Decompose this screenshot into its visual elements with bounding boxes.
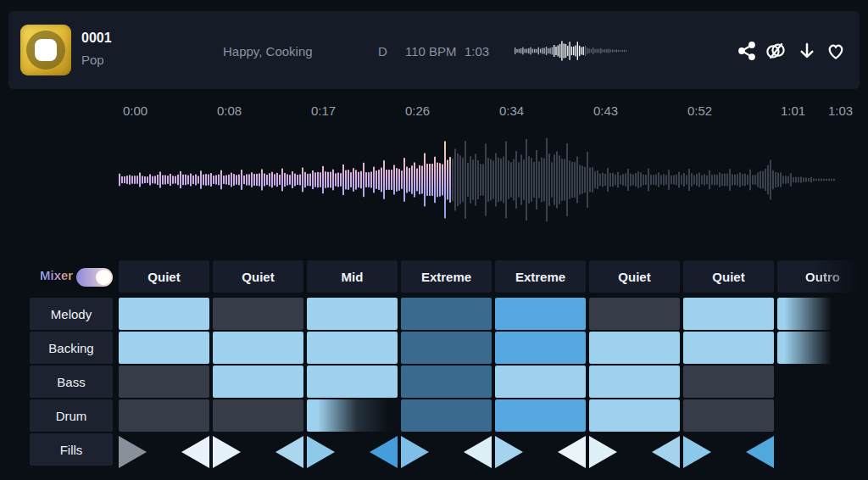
fill-marker-right-4[interactable]: [495, 436, 523, 468]
timeline-label: 0:26: [405, 103, 430, 118]
track-bpm: 110 BPM: [405, 44, 457, 59]
section-header-extreme-4[interactable]: Extreme: [495, 260, 586, 293]
track-genre: Pop: [81, 53, 104, 67]
player-bar: 0001 Pop Happy, Cooking D 110 BPM 1:03: [8, 11, 860, 89]
cell-bass-4[interactable]: [401, 366, 492, 398]
cell-backing-8[interactable]: [777, 332, 868, 364]
timeline-label: 1:01: [781, 103, 805, 118]
section-header-quiet-6[interactable]: Quiet: [683, 260, 774, 293]
row-label-fills: Fills: [30, 433, 113, 466]
timeline-label: 0:17: [311, 103, 336, 118]
cell-drum-4[interactable]: [401, 399, 492, 432]
cell-drum-2[interactable]: [213, 399, 303, 432]
cell-melody-4[interactable]: [401, 298, 492, 330]
heart-icon: [825, 40, 847, 62]
track-key: D: [378, 44, 387, 59]
download-button[interactable]: [796, 40, 818, 62]
mixer-toggle-knob: [96, 270, 111, 285]
cell-backing-1[interactable]: [119, 332, 209, 364]
fill-marker-right-0[interactable]: [119, 436, 147, 468]
mixer-toggle[interactable]: [76, 268, 113, 287]
share-button[interactable]: [736, 40, 758, 62]
cell-melody-5[interactable]: [495, 298, 586, 330]
section-header-quiet-5[interactable]: Quiet: [589, 260, 680, 293]
fill-marker-left-6[interactable]: [652, 436, 680, 468]
fill-marker-right-6[interactable]: [683, 436, 711, 468]
cell-bass-7[interactable]: [683, 366, 774, 398]
cell-backing-6[interactable]: [589, 332, 680, 364]
row-label-backing: Backing: [30, 332, 113, 364]
download-icon: [796, 40, 818, 62]
similar-icon: [765, 40, 787, 62]
cell-melody-6[interactable]: [589, 298, 680, 330]
section-header-quiet-1[interactable]: Quiet: [213, 260, 303, 293]
fill-marker-right-5[interactable]: [589, 436, 617, 468]
cell-melody-8[interactable]: [777, 298, 868, 330]
timeline-label: 0:08: [217, 103, 242, 118]
cell-bass-6[interactable]: [589, 366, 680, 398]
similar-button[interactable]: [765, 40, 787, 62]
album-art-stop-button[interactable]: [20, 25, 71, 75]
cell-drum-6[interactable]: [589, 399, 680, 432]
cell-drum-1[interactable]: [119, 399, 209, 432]
fill-marker-right-1[interactable]: [213, 436, 241, 468]
cell-bass-5[interactable]: [495, 366, 586, 398]
timeline-label: 0:43: [593, 103, 618, 118]
cell-backing-4[interactable]: [401, 332, 492, 364]
mini-waveform: [515, 39, 629, 63]
cell-melody-2[interactable]: [213, 298, 303, 330]
cell-melody-1[interactable]: [119, 298, 209, 330]
cell-melody-7[interactable]: [683, 298, 774, 330]
section-header-extreme-3[interactable]: Extreme: [401, 260, 492, 293]
timeline-label: 0:00: [123, 103, 147, 118]
section-header-outro-7[interactable]: Outro: [777, 260, 868, 293]
fill-marker-right-2[interactable]: [307, 436, 335, 468]
share-icon: [736, 40, 758, 62]
cell-bass-3[interactable]: [307, 366, 398, 398]
row-label-drum: Drum: [30, 399, 113, 432]
cell-melody-3[interactable]: [307, 298, 398, 330]
section-header-mid-2[interactable]: Mid: [307, 260, 398, 293]
cell-backing-7[interactable]: [683, 332, 774, 364]
fill-marker-left-5[interactable]: [558, 436, 586, 468]
fill-marker-right-3[interactable]: [401, 436, 429, 468]
cell-backing-3[interactable]: [307, 332, 398, 364]
cell-bass-1[interactable]: [119, 366, 209, 398]
fill-marker-left-2[interactable]: [275, 436, 303, 468]
track-duration: 1:03: [465, 44, 489, 59]
fill-marker-left-1[interactable]: [181, 436, 209, 468]
section-header-quiet-0[interactable]: Quiet: [119, 260, 209, 293]
cell-drum-7[interactable]: [683, 399, 774, 432]
track-id: 0001: [81, 31, 112, 46]
main-waveform[interactable]: [119, 133, 835, 226]
cell-backing-2[interactable]: [213, 332, 303, 364]
stop-icon: [35, 39, 57, 61]
timeline-label: 0:52: [687, 103, 712, 118]
fill-marker-left-7[interactable]: [746, 436, 774, 468]
timeline-label: 1:03: [828, 103, 853, 118]
row-label-bass: Bass: [30, 366, 113, 398]
cell-drum-5[interactable]: [495, 399, 586, 432]
fill-marker-left-4[interactable]: [464, 436, 492, 468]
favorite-button[interactable]: [825, 40, 847, 62]
cell-bass-2[interactable]: [213, 366, 303, 398]
cell-drum-3[interactable]: [307, 399, 398, 432]
row-label-melody: Melody: [30, 298, 113, 330]
fill-marker-left-3[interactable]: [370, 436, 398, 468]
mixer-label: Mixer: [40, 268, 73, 282]
timeline-label: 0:34: [499, 103, 524, 118]
track-moods: Happy, Cooking: [223, 44, 313, 59]
cell-backing-5[interactable]: [495, 332, 586, 364]
